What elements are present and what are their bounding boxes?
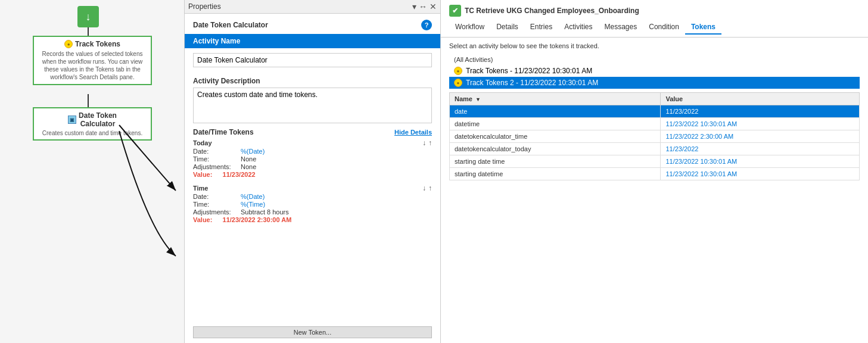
activity-item-0-label: Track Tokens - 11/23/2022 10:30:01 AM — [466, 67, 592, 75]
time-time-row: Time: %(Time) — [193, 201, 432, 208]
activity-name-label: Activity Name — [193, 37, 240, 45]
tab-messages[interactable]: Messages — [599, 20, 643, 35]
today-adj-value: None — [241, 163, 256, 170]
time-time-value: %(Time) — [241, 201, 265, 208]
cell-dtc-today-value: 11/23/2022 — [661, 143, 860, 155]
time-adj-label: Adjustments: — [193, 208, 236, 216]
tab-activities[interactable]: Activities — [558, 20, 598, 35]
table-row-date: date 11/23/2022 — [450, 105, 860, 118]
cell-dtc-time-value: 11/23/2022 2:30:00 AM — [661, 130, 860, 143]
activity-item-1[interactable]: ● Track Tokens 2 - 11/23/2022 10:30:01 A… — [449, 77, 860, 89]
time-val-row: Value: 11/23/2022 2:30:00 AM — [193, 216, 432, 223]
hide-details-link[interactable]: Hide Details — [394, 129, 432, 136]
token-entry-time: Time ↓ ↑ Date: %(Date) Time: %(Time) Adj… — [193, 184, 432, 223]
close-icon[interactable]: ✕ — [430, 2, 437, 11]
node-date-title: Date TokenCalculator — [79, 111, 117, 128]
right-panel-title-row: ✔ TC Retrieve UKG Changed Employees_Onbo… — [449, 5, 860, 17]
activity-item-0[interactable]: ● Track Tokens - 11/23/2022 10:30:01 AM — [449, 65, 860, 77]
tab-entries[interactable]: Entries — [524, 20, 558, 35]
activity-name-section: Activity Name — [185, 34, 440, 48]
activity-desc-label: Activity Description — [185, 72, 440, 88]
cell-dtc-time-name: datetokencalculator_time — [450, 130, 661, 143]
title-checkmark-icon: ✔ — [449, 5, 461, 17]
sort-icon: ▼ — [475, 96, 481, 102]
today-date-row: Date: %(Date) — [193, 148, 432, 155]
tabs-row: Workflow Details Entries Activities Mess… — [449, 20, 860, 35]
token-today-arrows: ↓ ↑ — [422, 139, 432, 147]
tab-workflow[interactable]: Workflow — [449, 20, 490, 35]
token-table: Name ▼ Value date 11/23/2022 datetime 11… — [449, 92, 860, 180]
today-date-value: %(Date) — [241, 148, 265, 155]
page-icon-date: ▣ — [68, 116, 76, 124]
node-date-token[interactable]: ▣ Date TokenCalculator Creates custom da… — [33, 107, 152, 141]
select-activity-text: Select an activity below to see the toke… — [449, 42, 860, 49]
time-date-row: Date: %(Date) — [193, 193, 432, 200]
cell-datetime-value: 11/23/2022 10:30:01 AM — [661, 118, 860, 130]
token-entry-today-header: Today ↓ ↑ — [193, 139, 432, 147]
cell-datetime-name: datetime — [450, 118, 661, 130]
time-adj-row: Adjustments: Subtract 8 hours — [193, 208, 432, 216]
token-entry-today: Today ↓ ↑ Date: %(Date) Time: None Adjus… — [193, 139, 432, 178]
activity-item-1-label: Track Tokens 2 - 11/23/2022 10:30:01 AM — [466, 79, 598, 87]
node-track-tokens[interactable]: ● Track Tokens Records the values of sel… — [33, 36, 152, 85]
pin-icon[interactable]: ▾ — [412, 2, 416, 11]
tab-tokens[interactable]: Tokens — [685, 20, 721, 35]
table-row-dtc-time: datetokencalculator_time 11/23/2022 2:30… — [450, 130, 860, 143]
cell-dtc-today-name: datetokencalculator_today — [450, 143, 661, 155]
tab-details[interactable]: Details — [490, 20, 524, 35]
table-row-dtc-today: datetokencalculator_today 11/23/2022 — [450, 143, 860, 155]
token-time-arrows: ↓ ↑ — [422, 184, 432, 192]
undock-icon[interactable]: ↔ — [419, 2, 427, 11]
coin-icon-track: ● — [64, 40, 73, 48]
date-time-tokens-header: Date/Time Tokens Hide Details — [185, 123, 440, 139]
node-track-desc: Records the values of selected tokens wh… — [39, 50, 146, 81]
activity-name-input[interactable] — [193, 53, 432, 67]
time-val-label: Value: — [193, 216, 212, 223]
properties-header-icons: ▾ ↔ ✕ — [412, 2, 437, 11]
token-today-title: Today — [193, 139, 212, 146]
token-time-title: Time — [193, 185, 208, 192]
today-time-value: None — [241, 155, 256, 163]
today-date-label: Date: — [193, 148, 236, 155]
node-date-desc: Creates custom date and time tokens. — [39, 130, 146, 136]
cell-sdatetime-name: starting datetime — [450, 168, 661, 180]
time-date-value: %(Date) — [241, 193, 265, 200]
new-token-button[interactable]: New Token... — [193, 326, 432, 338]
help-icon[interactable]: ? — [421, 20, 432, 30]
table-row-sdatetime: starting datetime 11/23/2022 10:30:01 AM — [450, 168, 860, 180]
today-time-label: Time: — [193, 155, 236, 163]
table-row-datetime: datetime 11/23/2022 10:30:01 AM — [450, 118, 860, 130]
today-val-label: Value: — [193, 171, 212, 178]
cell-date-value: 11/23/2022 — [661, 105, 860, 118]
properties-label: Properties — [188, 2, 221, 11]
today-val-value: 11/23/2022 — [217, 171, 255, 178]
activity-list: (All Activities) ● Track Tokens - 11/23/… — [449, 54, 860, 89]
activity-desc-textarea[interactable]: Creates custom date and time tokens. — [193, 88, 432, 123]
right-panel-title-text: TC Retrieve UKG Changed Employees_Onboar… — [465, 7, 639, 15]
connector-2 — [88, 94, 89, 108]
col-value-header: Value — [661, 93, 860, 105]
date-time-tokens-label: Date/Time Tokens — [193, 128, 254, 136]
workflow-canvas: ↓ ● Track Tokens Records the values of s… — [0, 0, 185, 343]
properties-panel: Properties ▾ ↔ ✕ Date Token Calculator ?… — [185, 0, 441, 343]
up-arrow-today[interactable]: ↑ — [428, 139, 432, 147]
token-entry-time-header: Time ↓ ↑ — [193, 184, 432, 192]
cell-sdt-name: starting date time — [450, 155, 661, 168]
right-panel: ✔ TC Retrieve UKG Changed Employees_Onbo… — [441, 0, 868, 343]
tab-condition[interactable]: Condition — [643, 20, 685, 35]
time-adj-value: Subtract 8 hours — [241, 208, 289, 216]
token-table-body: date 11/23/2022 datetime 11/23/2022 10:3… — [450, 105, 860, 180]
properties-title-row: Date Token Calculator ? — [185, 14, 440, 34]
up-arrow-time[interactable]: ↑ — [428, 184, 432, 192]
node-track-title: Track Tokens — [75, 40, 120, 48]
all-activities-item[interactable]: (All Activities) — [449, 54, 860, 65]
col-name-header: Name ▼ — [450, 93, 661, 105]
down-arrow-today[interactable]: ↓ — [422, 139, 426, 147]
right-panel-header: ✔ TC Retrieve UKG Changed Employees_Onbo… — [441, 0, 868, 38]
cell-date-name: date — [450, 105, 661, 118]
today-val-row: Value: 11/23/2022 — [193, 171, 432, 178]
token-list: Today ↓ ↑ Date: %(Date) Time: None Adjus… — [185, 139, 440, 324]
coin-icon-0: ● — [454, 67, 462, 75]
cell-sdatetime-value: 11/23/2022 10:30:01 AM — [661, 168, 860, 180]
down-arrow-time[interactable]: ↓ — [422, 184, 426, 192]
